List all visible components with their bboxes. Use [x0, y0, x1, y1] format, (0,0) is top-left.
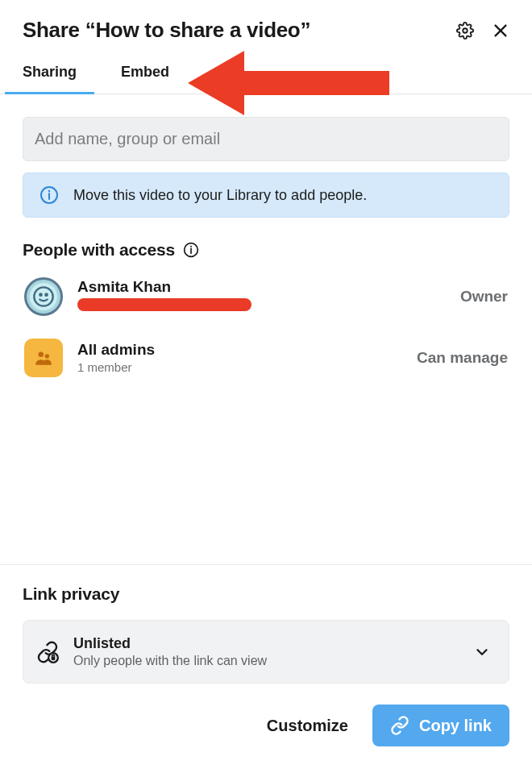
person-name: Asmita Khan [77, 279, 446, 296]
header-icons [456, 22, 509, 39]
svg-point-10 [39, 294, 41, 296]
role-label: Owner [460, 288, 508, 306]
privacy-meta: Unlisted Only people with the link can v… [73, 635, 459, 668]
add-people-input[interactable] [23, 117, 509, 161]
settings-button[interactable] [456, 22, 474, 39]
copy-link-button[interactable]: Copy link [372, 705, 509, 746]
tabs: Sharing Embed [0, 64, 532, 94]
tab-sharing[interactable]: Sharing [23, 64, 77, 94]
redacted-email [77, 298, 251, 311]
svg-point-11 [45, 294, 47, 296]
person-meta: All admins 1 member [77, 342, 402, 374]
link-icon [390, 716, 409, 735]
svg-point-0 [463, 28, 468, 33]
modal-title: Share “How to share a video” [23, 18, 310, 43]
people-section-title: People with access [23, 240, 175, 260]
member-count: 1 member [77, 360, 402, 374]
role-label[interactable]: Can manage [417, 349, 508, 367]
customize-button[interactable]: Customize [257, 707, 358, 745]
privacy-option-name: Unlisted [73, 635, 459, 652]
gear-icon [456, 22, 474, 39]
privacy-selector[interactable]: Unlisted Only people with the link can v… [23, 620, 509, 684]
notice-text: Move this video to your Library to add p… [73, 187, 367, 204]
link-lock-icon [36, 641, 59, 663]
footer-actions: Customize Copy link [23, 705, 509, 746]
tab-embed[interactable]: Embed [121, 64, 169, 94]
person-meta: Asmita Khan [77, 279, 446, 315]
share-modal: Share “How to share a video” Sharing Emb… [0, 0, 532, 769]
avatar [24, 339, 63, 377]
svg-point-13 [39, 351, 44, 357]
svg-point-6 [48, 190, 50, 192]
close-icon [492, 22, 509, 39]
privacy-option-desc: Only people with the link can view [73, 654, 459, 668]
tabs-container: Sharing Embed [0, 64, 532, 94]
person-row-admins: All admins 1 member Can manage [23, 332, 509, 384]
modal-header: Share “How to share a video” [0, 0, 532, 43]
person-name: All admins [77, 342, 402, 359]
svg-point-12 [34, 287, 52, 306]
copy-link-label: Copy link [419, 717, 492, 735]
library-notice: Move this video to your Library to add p… [23, 173, 509, 218]
close-button[interactable] [492, 22, 509, 39]
people-section-header: People with access [23, 240, 509, 260]
svg-point-9 [190, 246, 192, 247]
users-icon [33, 347, 54, 368]
link-privacy-title: Link privacy [23, 584, 509, 604]
info-icon [39, 185, 59, 205]
people-list: Asmita Khan Owner All admins 1 membe [23, 271, 509, 384]
svg-point-14 [45, 354, 49, 358]
person-row-owner: Asmita Khan Owner [23, 271, 509, 322]
chevron-down-icon [473, 643, 491, 661]
link-privacy-section: Link privacy Unlisted Only people with t… [0, 565, 532, 769]
info-icon[interactable] [183, 242, 199, 258]
content-area: Move this video to your Library to add p… [0, 94, 532, 564]
avatar [24, 277, 63, 316]
